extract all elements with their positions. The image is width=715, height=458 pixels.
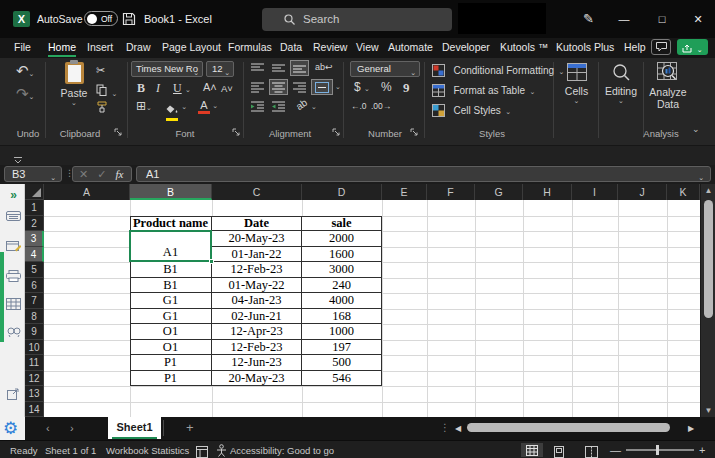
column-header-E[interactable]: E — [382, 184, 427, 200]
menu-help[interactable]: Help — [624, 41, 646, 53]
borders-button[interactable]: ⊞⌄ — [136, 99, 152, 113]
font-name-combo[interactable]: Times New Ro⌄ — [131, 61, 203, 77]
vertical-scrollbar[interactable]: ▲ ▼ — [700, 184, 715, 417]
workbook-statistics[interactable]: Workbook Statistics — [106, 445, 189, 456]
row-header-7[interactable]: 7 — [25, 293, 44, 309]
undo-button[interactable]: ↶⌄ — [16, 62, 34, 80]
pen-icon[interactable]: ✎ — [583, 11, 594, 26]
number-format-combo[interactable]: General⌄ — [350, 61, 420, 77]
zoom-slider-handle[interactable] — [656, 445, 659, 455]
accessibility-status[interactable]: Accessibility: Good to go — [230, 445, 334, 456]
sidebar-form-icon[interactable] — [5, 240, 22, 255]
underline-button[interactable]: U — [173, 81, 182, 96]
row-header-5[interactable]: 5 — [25, 262, 44, 278]
zoom-out-button[interactable]: — — [610, 444, 621, 456]
row-header-1[interactable]: 1 — [25, 200, 44, 216]
column-header-G[interactable]: G — [475, 184, 523, 200]
row-header-8[interactable]: 8 — [25, 309, 44, 325]
autosave-toggle[interactable]: Off — [84, 11, 118, 26]
sidebar-workbook-icon[interactable] — [5, 210, 22, 225]
row-header-2[interactable]: 2 — [25, 216, 44, 232]
select-all-button[interactable] — [25, 184, 44, 200]
vertical-scroll-thumb[interactable] — [704, 200, 713, 318]
share-button[interactable]: ⌄ — [677, 39, 708, 55]
editing-button[interactable]: Editing ⌄ — [601, 63, 641, 105]
column-header-B[interactable]: B — [130, 184, 212, 200]
zoom-in-button[interactable]: + — [699, 444, 705, 456]
font-size-combo[interactable]: 12⌄ — [206, 61, 234, 77]
selected-cell-B3-B4[interactable]: A1 — [129, 230, 212, 262]
sidebar-scroll-indicator[interactable] — [0, 252, 4, 342]
excel-logo-icon[interactable]: X — [13, 11, 30, 27]
increase-decimal-button[interactable]: ←.0 — [351, 101, 367, 111]
bold-button[interactable]: B — [137, 81, 145, 96]
fill-color-button[interactable]: ⌄ — [166, 100, 179, 121]
sidebar-popout-icon[interactable] — [5, 388, 22, 403]
settings-gear-icon[interactable]: ⚙ — [3, 418, 18, 439]
menu-kutools[interactable]: Kutools ™ — [500, 41, 548, 53]
increase-indent-button[interactable] — [269, 98, 288, 114]
menu-draw[interactable]: Draw — [126, 41, 151, 53]
comma-style-button[interactable]: 9 — [403, 80, 410, 96]
close-button[interactable]: ✕ — [691, 12, 705, 26]
scroll-down-arrow[interactable]: ▼ — [701, 406, 715, 415]
row-header-11[interactable]: 11 — [25, 355, 44, 371]
sidebar-table-icon[interactable] — [5, 298, 22, 313]
column-header-I[interactable]: I — [572, 184, 618, 200]
wrap-text-button[interactable]: ab↩ — [315, 62, 333, 72]
analyze-data-button[interactable]: AnalyzeData — [644, 62, 692, 110]
font-launcher[interactable] — [232, 128, 241, 137]
row-header-14[interactable]: 14 — [25, 402, 44, 418]
prev-sheet-button[interactable]: ‹ — [46, 422, 50, 434]
menu-review[interactable]: Review — [313, 41, 347, 53]
column-header-J[interactable]: J — [618, 184, 667, 200]
zoom-slider-track[interactable] — [626, 449, 694, 451]
name-box[interactable]: B3⌄ — [4, 166, 62, 182]
scroll-up-arrow[interactable]: ▲ — [701, 186, 715, 195]
comments-button[interactable] — [651, 39, 671, 55]
row-header-6[interactable]: 6 — [25, 278, 44, 294]
horizontal-scroll-thumb[interactable] — [467, 423, 670, 432]
orientation-chevron[interactable]: ⌄ — [311, 103, 317, 111]
align-right-button[interactable] — [290, 79, 309, 95]
search-box[interactable]: Search — [262, 8, 452, 31]
column-header-D[interactable]: D — [302, 184, 382, 200]
italic-button[interactable]: I — [156, 81, 160, 96]
increase-font-button[interactable]: A˄ — [203, 81, 217, 93]
conditional-formatting-button[interactable]: Conditional Formatting ⌄ — [432, 63, 564, 81]
row-header-12[interactable]: 12 — [25, 371, 44, 387]
align-bottom-button[interactable] — [290, 60, 309, 76]
column-header-F[interactable]: F — [427, 184, 475, 200]
column-header-K[interactable]: K — [667, 184, 700, 200]
menu-page-layout[interactable]: Page Layout — [162, 41, 221, 53]
redo-button[interactable]: ↷⌄ — [16, 85, 34, 103]
menu-data[interactable]: Data — [280, 41, 302, 53]
ribbon-collapse-chevron[interactable]: ⌄ — [692, 124, 700, 134]
cancel-formula-icon[interactable]: ✕ — [79, 168, 88, 180]
merge-center-button[interactable] — [311, 79, 333, 95]
paste-button[interactable]: Paste ⌄ — [58, 62, 90, 107]
currency-button[interactable]: $ — [354, 80, 361, 94]
hscroll-left-arrow[interactable]: ◀ — [455, 424, 461, 433]
decrease-decimal-button[interactable]: .00→ — [371, 101, 391, 111]
next-sheet-button[interactable]: › — [70, 422, 74, 434]
normal-view-button[interactable] — [521, 443, 543, 457]
copy-button[interactable]: ⌄ — [96, 82, 117, 100]
status-sheet-count[interactable]: Sheet 1 of 1 — [45, 445, 96, 456]
row-header-13[interactable]: 13 — [25, 386, 44, 402]
fill-handle[interactable] — [209, 259, 214, 264]
workbook-stats-icon[interactable] — [196, 444, 208, 458]
page-break-view-button[interactable] — [585, 444, 598, 458]
underline-menu-chevron[interactable]: ⌄ — [185, 86, 191, 94]
cell-styles-button[interactable]: Cell Styles ⌄ — [432, 103, 511, 121]
column-header-C[interactable]: C — [212, 184, 302, 200]
clipboard-launcher[interactable] — [114, 128, 123, 137]
maximize-button[interactable]: □ — [655, 12, 669, 26]
merge-center-chevron[interactable]: ⌄ — [335, 83, 341, 91]
align-center-button[interactable] — [269, 79, 288, 95]
scrollbar-resize-dots[interactable]: ⋮ — [440, 422, 450, 433]
orientation-button[interactable]: ab — [294, 97, 309, 112]
row-header-10[interactable]: 10 — [25, 340, 44, 356]
insert-function-icon[interactable]: fx — [116, 168, 124, 180]
row-header-4[interactable]: 4 — [25, 247, 44, 263]
